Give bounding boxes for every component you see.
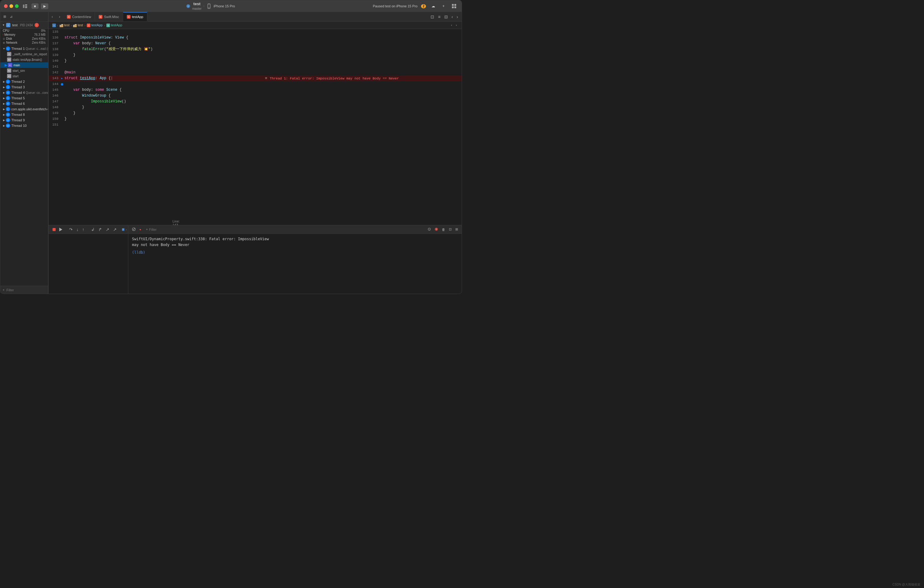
tab-forward-button[interactable]: › [56, 12, 63, 21]
frame-43-item[interactable]: 43 start [0, 73, 48, 79]
console-trash-button[interactable]: 🗑 [441, 227, 446, 232]
tab-content-view[interactable]: S ContentView [63, 12, 95, 21]
thread-1-chevron: ▼ [2, 47, 6, 50]
debug-stop-button[interactable] [51, 227, 57, 232]
console-btn-2[interactable]: ! [433, 227, 439, 232]
process-header[interactable]: ▼ t test PID 2434 ! [0, 22, 48, 29]
thread-9-item[interactable]: ▶ 9 Thread 9 [0, 117, 48, 123]
frame-40-item[interactable]: 40 static testApp.$main() [0, 57, 48, 62]
code-editor[interactable]: 135 136 struct ImpossibleView: View { 13… [49, 29, 462, 225]
line-content-142: @main [63, 70, 462, 76]
code-line-136: 136 struct ImpossibleView: View { [49, 35, 462, 41]
sidebar-filter-button[interactable]: ⊿ [8, 14, 14, 19]
svg-text:i: i [429, 228, 430, 230]
console-btn-1[interactable]: i [427, 227, 432, 232]
console-clear-button[interactable] [131, 227, 137, 232]
filter-icon: ⌖ [3, 288, 5, 292]
thread-4-item[interactable]: ▶ 4 Thread 4 Queue: co...concurrent) [0, 90, 48, 95]
tab-test-app[interactable]: S testApp [123, 12, 147, 21]
code-line-149: 149 } [49, 110, 462, 116]
minimap-button[interactable]: ⊟ [443, 14, 449, 20]
line-indicator-141 [61, 64, 63, 70]
line-indicator-145 [61, 87, 63, 93]
console-filter-input[interactable] [149, 228, 191, 231]
debug-scheme-icon: t [122, 228, 124, 231]
grid-view-button[interactable]: ⊞ [2, 14, 7, 19]
console-split-button[interactable]: ⊡ [448, 227, 453, 232]
thread-8-item[interactable]: ▶ 8 Thread 8 [0, 112, 48, 117]
debug-step-into-button[interactable]: ↓ [75, 226, 80, 233]
frame-0-label: _swift_runtime_on_report [13, 53, 47, 56]
run-button[interactable]: ▶ [41, 3, 48, 9]
bc-testapp-file[interactable]: S testApp [87, 23, 103, 27]
debug-step-btn-7[interactable]: ↗ [112, 226, 118, 233]
debug-step-out-button[interactable]: ↑ [81, 226, 86, 233]
svg-text:!: ! [436, 228, 437, 231]
line-num-136: 136 [49, 35, 61, 41]
svg-rect-10 [454, 4, 456, 6]
cpu-stats: CPU 0% [0, 29, 48, 33]
code-line-144: 144 [49, 81, 462, 87]
line-num-149: 149 [49, 110, 61, 116]
maximize-button[interactable] [15, 4, 19, 8]
console-expand-button[interactable]: ⊞ [454, 227, 459, 232]
code-line-135: 135 [49, 29, 462, 35]
thread-1-item[interactable]: ▼ 1 Thread 1 Queue: c...ead (serial) ⚠ [0, 46, 48, 51]
status-text: Paused test on iPhone 15 Pro [373, 4, 417, 8]
debug-step-btn-5[interactable]: ↱ [97, 226, 104, 233]
bc-test-subfolder[interactable]: test [73, 23, 83, 27]
filter-input[interactable] [7, 288, 48, 292]
debug-step-btn-6[interactable]: ↗ [104, 226, 111, 233]
frame-0-item[interactable]: 0 _swift_runtime_on_report [0, 51, 48, 57]
console-icon-btn-1[interactable]: ● [138, 227, 142, 232]
line-indicator-140 [61, 58, 63, 64]
tab-swift-misc[interactable]: S Swift.Misc [95, 12, 123, 21]
svg-rect-0 [23, 5, 25, 8]
thread-1-icon: 1 [6, 46, 10, 51]
nav-back-button[interactable]: › [455, 14, 459, 20]
console-error-line2: may not have Body == Never [132, 243, 190, 247]
cloud-button[interactable]: ☁ [430, 3, 437, 9]
thread-3-item[interactable]: ▶ 3 Thread 3 [0, 84, 48, 90]
tab-swift-misc-label: Swift.Misc [104, 15, 119, 19]
cpu-label: CPU [3, 29, 9, 32]
debug-step-over-button[interactable]: ↷ [68, 226, 74, 233]
thread-9-label: Thread 9 [11, 118, 25, 122]
thread-5-item[interactable]: ▶ 5 Thread 5 [0, 95, 48, 101]
thread-10-item[interactable]: ▶ 10 Thread 10 [0, 123, 48, 128]
bc-back-button[interactable]: ‹ [450, 23, 453, 28]
debug-step-btn-4[interactable]: ↲ [89, 226, 96, 233]
related-files-button[interactable]: ⊡ [429, 14, 436, 20]
breakpoint-144 [61, 83, 63, 86]
bc-test-folder[interactable]: test [59, 23, 70, 27]
svg-rect-3 [25, 7, 27, 8]
layout-button[interactable] [450, 3, 458, 9]
bc-forward-button[interactable]: › [455, 23, 458, 28]
thread-6-item[interactable]: ▶ 6 Thread 6 [0, 101, 48, 106]
line-indicator-138 [61, 46, 63, 52]
error-icon: ! [434, 227, 438, 231]
tab-back-button[interactable]: ‹ [49, 12, 56, 21]
thread-2-item[interactable]: ▶ 2 Thread 2 [0, 79, 48, 84]
process-name: test [12, 23, 18, 27]
xcode-window: ■ ▶ t test master › [0, 0, 462, 294]
line-num-141: 141 [49, 64, 61, 70]
frame-42-item[interactable]: 42 start_sim [0, 68, 48, 73]
code-review-button[interactable]: ≡ [437, 14, 442, 20]
close-button[interactable] [4, 4, 8, 8]
thread-com-item[interactable]: ▶ C com.apple.uikit.eventfetch-thre... [0, 106, 48, 112]
frame-41-item[interactable]: ▶ 41 main [0, 62, 48, 68]
line-num-151: 151 [49, 122, 61, 128]
bc-testapp-sym[interactable]: S testApp [106, 23, 122, 27]
console-error-line1: SwiftUI/DynamicProperty.swift:338: Fatal… [132, 237, 269, 241]
line-content-149: } [63, 110, 462, 116]
authors-button[interactable]: ‹ [450, 14, 454, 20]
error-tooltip: ≡ Thread 1: Fatal error: ImpossibleView … [262, 76, 462, 81]
svg-rect-1 [25, 5, 27, 5]
stop-button[interactable]: ■ [31, 3, 38, 9]
minimize-button[interactable] [10, 4, 13, 8]
thread-9-chevron: ▶ [2, 118, 6, 122]
add-button[interactable]: + [441, 3, 446, 9]
debug-continue-button[interactable] [58, 227, 64, 232]
sidebar-toggle-button[interactable] [21, 4, 29, 9]
